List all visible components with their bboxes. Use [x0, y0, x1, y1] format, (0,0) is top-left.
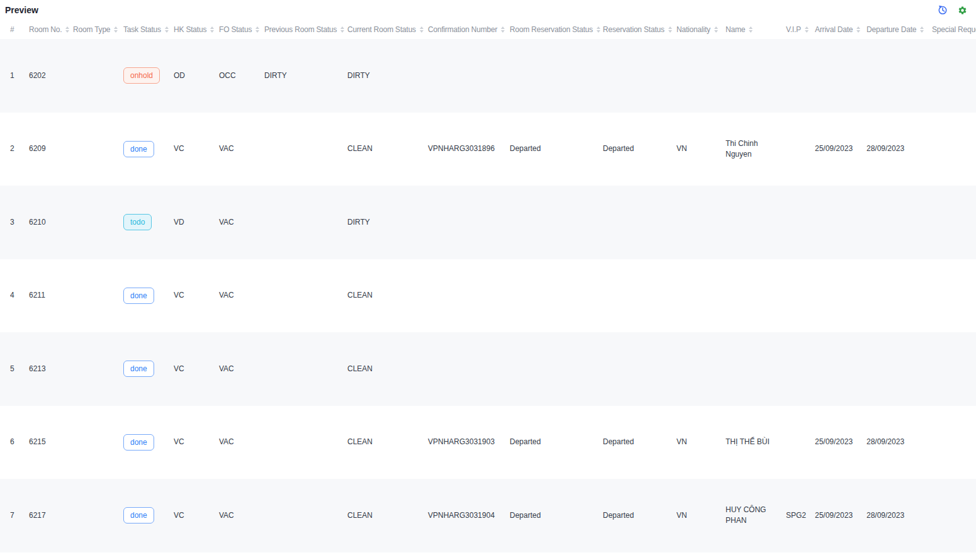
sort-icon[interactable]: [210, 26, 214, 33]
cell-room_res_status: Departed: [510, 437, 603, 447]
column-label: Reservation Status: [603, 25, 665, 34]
sort-icon[interactable]: [420, 26, 423, 33]
column-header-vip[interactable]: V.I.P: [786, 25, 815, 34]
sort-icon[interactable]: [714, 26, 718, 33]
settings-gear-icon[interactable]: [957, 5, 967, 15]
caret-down-icon: [210, 30, 214, 33]
task-status-badge: done: [123, 434, 154, 451]
cell-departure_date: 28/09/2023: [867, 510, 932, 521]
cell-confirmation_number: VPNHARG3031904: [428, 510, 510, 521]
topbar-icons: [938, 5, 967, 15]
column-header-fo_status[interactable]: FO Status: [219, 25, 264, 34]
sort-icon[interactable]: [255, 26, 259, 33]
caret-down-icon: [165, 30, 169, 33]
cell-departure_date: 28/09/2023: [867, 437, 932, 447]
sort-icon[interactable]: [668, 26, 672, 33]
column-header-arrival_date[interactable]: Arrival Date: [815, 25, 867, 34]
cell-prev_room_status: DIRTY: [264, 70, 347, 81]
table-row: 26209doneVCVACCLEANVPNHARG3031896Departe…: [0, 113, 976, 186]
column-label: Confirmation Number: [428, 25, 497, 34]
cell-nationality: VN: [676, 143, 726, 154]
column-header-room_no[interactable]: Room No.: [29, 25, 73, 34]
cell-task_status: done: [123, 434, 174, 451]
column-header-task_status[interactable]: Task Status: [123, 25, 174, 34]
caret-up-icon: [714, 26, 718, 29]
sort-icon[interactable]: [114, 26, 118, 33]
task-status-badge: done: [123, 361, 154, 377]
caret-down-icon: [420, 30, 423, 33]
table-header-row: #Room No.Room TypeTask StatusHK StatusFO…: [0, 20, 976, 39]
column-header-departure_date[interactable]: Departure Date: [867, 25, 932, 34]
column-label: Nationality: [676, 25, 710, 34]
cell-idx: 3: [10, 217, 29, 228]
table-row: 16202onholdODOCCDIRTYDIRTY: [0, 39, 976, 113]
cell-name: HUY CÔNG PHAN: [726, 505, 786, 526]
column-header-curr_room_status[interactable]: Current Room Status: [347, 25, 428, 34]
table-body: 16202onholdODOCCDIRTYDIRTY26209doneVCVAC…: [0, 39, 976, 552]
cell-departure_date: 28/09/2023: [867, 143, 932, 154]
column-header-prev_room_status[interactable]: Previous Room Status: [264, 25, 347, 34]
caret-down-icon: [501, 30, 505, 33]
sort-icon[interactable]: [749, 26, 753, 33]
cell-hk_status: VC: [174, 143, 219, 154]
caret-down-icon: [856, 30, 860, 33]
cell-nationality: VN: [676, 437, 726, 447]
table-row: 56213doneVCVACCLEAN: [0, 332, 976, 406]
cell-arrival_date: 25/09/2023: [815, 143, 867, 154]
caret-up-icon: [210, 26, 214, 29]
caret-up-icon: [749, 26, 753, 29]
cell-task_status: done: [123, 141, 174, 157]
column-header-special_request[interactable]: Special Request: [932, 25, 976, 34]
caret-up-icon: [65, 26, 69, 29]
sort-icon[interactable]: [340, 26, 344, 33]
caret-up-icon: [501, 26, 505, 29]
column-header-idx: #: [10, 25, 29, 34]
task-status-badge: todo: [123, 214, 152, 230]
cell-idx: 5: [10, 364, 29, 374]
cell-curr_room_status: CLEAN: [347, 437, 428, 447]
column-header-room_type[interactable]: Room Type: [73, 25, 123, 34]
column-header-name[interactable]: Name: [726, 25, 786, 34]
cell-room_res_status: Departed: [510, 143, 603, 154]
cell-fo_status: VAC: [219, 290, 264, 301]
caret-up-icon: [920, 26, 924, 29]
cell-hk_status: VC: [174, 290, 219, 301]
cell-room_no: 6213: [29, 364, 73, 374]
sort-icon[interactable]: [501, 26, 505, 33]
cell-room_no: 6202: [29, 70, 73, 81]
cell-arrival_date: 25/09/2023: [815, 510, 867, 521]
sort-icon[interactable]: [920, 26, 924, 33]
caret-down-icon: [114, 30, 118, 33]
column-header-hk_status[interactable]: HK Status: [174, 25, 219, 34]
cell-hk_status: VD: [174, 217, 219, 228]
column-label: Room No.: [29, 25, 62, 34]
cell-res_status: Departed: [603, 510, 676, 521]
cell-res_status: Departed: [603, 143, 676, 154]
sort-icon[interactable]: [65, 26, 69, 33]
task-status-badge: done: [123, 288, 154, 304]
cell-room_no: 6209: [29, 143, 73, 154]
column-header-confirmation_number[interactable]: Confirmation Number: [428, 25, 510, 34]
cell-fo_status: OCC: [219, 70, 264, 81]
caret-up-icon: [805, 26, 809, 29]
task-status-badge: done: [123, 507, 154, 524]
column-label: Room Reservation Status: [510, 25, 593, 34]
column-header-res_status[interactable]: Reservation Status: [603, 25, 676, 34]
column-header-nationality[interactable]: Nationality: [676, 25, 726, 34]
column-header-room_res_status[interactable]: Room Reservation Status: [510, 25, 603, 34]
sort-icon[interactable]: [597, 26, 600, 33]
sort-icon[interactable]: [856, 26, 860, 33]
caret-down-icon: [668, 30, 672, 33]
caret-down-icon: [920, 30, 924, 33]
cell-task_status: todo: [123, 214, 174, 230]
sort-icon[interactable]: [805, 26, 809, 33]
cell-idx: 7: [10, 510, 29, 521]
refresh-clock-icon[interactable]: [938, 5, 948, 15]
cell-fo_status: VAC: [219, 143, 264, 154]
preview-page: Preview #Room No.Room TypeTask StatusHK …: [0, 0, 976, 560]
cell-nationality: VN: [676, 510, 726, 521]
cell-name: THỊ THỂ BÙI: [726, 437, 786, 447]
sort-icon[interactable]: [165, 26, 169, 33]
column-label: Special Request: [932, 25, 976, 34]
cell-room_no: 6211: [29, 290, 73, 301]
